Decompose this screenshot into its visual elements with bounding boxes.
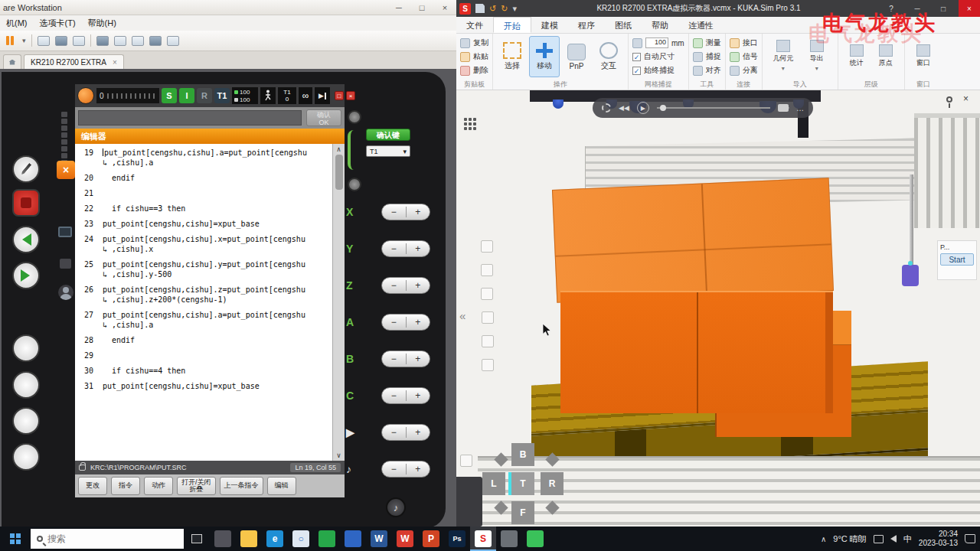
- mode-select[interactable]: T1 ▾: [366, 145, 410, 157]
- checkbox[interactable]: ✓: [632, 53, 641, 61]
- jog-minus[interactable]: −: [382, 317, 406, 328]
- pause-button[interactable]: [6, 35, 17, 46]
- code-line[interactable]: 23 put_point[cengshu,cishu]=xput_base: [78, 220, 331, 228]
- console-view-icon[interactable]: [132, 36, 144, 46]
- collapse-panel-icon[interactable]: «: [459, 309, 466, 322]
- tab-close-icon[interactable]: ×: [113, 58, 117, 67]
- softkey-button[interactable]: 上一条指令: [220, 477, 263, 495]
- taskbar-app[interactable]: W: [392, 527, 418, 551]
- blank-key[interactable]: [12, 371, 40, 399]
- ribbon-big-button[interactable]: 选择: [497, 36, 528, 77]
- taskbar-app[interactable]: e: [262, 527, 288, 551]
- start-button[interactable]: [0, 527, 31, 551]
- grid-menu-icon[interactable]: [464, 118, 467, 121]
- jog-rocker-key[interactable]: − +: [381, 277, 430, 294]
- grid-size-field[interactable]: 100: [645, 37, 668, 48]
- jog-plus[interactable]: +: [407, 207, 430, 217]
- ribbon-big-button[interactable]: 移动: [529, 36, 560, 77]
- ribbon-big-button[interactable]: PnP: [561, 36, 592, 77]
- alarm-window-icon[interactable]: □: [335, 91, 344, 100]
- library-icon[interactable]: [149, 36, 162, 46]
- code-line[interactable]: 20 endif: [78, 174, 331, 182]
- close-button[interactable]: ×: [433, 3, 456, 12]
- jog-minus[interactable]: −: [382, 243, 406, 254]
- message-ack-key[interactable]: ×: [57, 161, 75, 179]
- pause-caret-icon[interactable]: ▾: [22, 37, 26, 44]
- view-cube-left[interactable]: L: [482, 472, 505, 495]
- home-tab[interactable]: [3, 54, 21, 69]
- undo-icon[interactable]: ↺: [489, 4, 496, 14]
- ribbon-button[interactable]: 信号: [730, 50, 758, 64]
- send-keys-icon[interactable]: [38, 36, 50, 46]
- code-line[interactable]: 22 if cishu==3 then: [78, 204, 331, 213]
- forward-key[interactable]: [12, 262, 40, 289]
- space-mouse-knob[interactable]: [348, 178, 361, 191]
- jog-mode-box[interactable]: [260, 87, 276, 104]
- jog-plus[interactable]: +: [407, 243, 430, 254]
- step-mode-box[interactable]: ▶: [315, 87, 330, 104]
- weather-widget[interactable]: 9°C 晴朗: [833, 533, 867, 545]
- jog-plus[interactable]: +: [407, 354, 430, 364]
- jog-rocker-key[interactable]: − +: [381, 424, 430, 441]
- blank-key[interactable]: [12, 443, 40, 471]
- menu-item[interactable]: 机(M): [0, 16, 34, 31]
- taskbar-app[interactable]: Ps: [444, 527, 470, 551]
- jog-rocker-key[interactable]: − +: [381, 350, 430, 367]
- view-cube-front[interactable]: F: [511, 501, 534, 524]
- jog-minus[interactable]: −: [382, 354, 406, 364]
- continuous-mode-box[interactable]: ∞: [299, 87, 312, 104]
- taskbar-app[interactable]: S: [470, 527, 496, 551]
- view-tool-icon[interactable]: [481, 264, 493, 276]
- view-cube-top[interactable]: T: [511, 472, 534, 495]
- settings-icon[interactable]: [60, 259, 71, 269]
- ribbon-tab[interactable]: 图纸: [605, 17, 642, 33]
- menu-item[interactable]: 选项卡(T): [34, 16, 82, 31]
- view-cube-back[interactable]: B: [511, 443, 534, 466]
- display-icon[interactable]: [58, 227, 72, 237]
- view-tool-icon[interactable]: [481, 240, 493, 253]
- view-cube-right[interactable]: R: [541, 472, 564, 495]
- softkey-button[interactable]: 指令: [111, 477, 140, 495]
- code-editor[interactable]: 19 put_point[cengshu,cishu].a=put_point[…: [75, 144, 345, 461]
- taskbar-app[interactable]: W: [366, 527, 392, 551]
- robot-logo-icon[interactable]: [77, 87, 94, 104]
- view-tool-icon[interactable]: [481, 288, 493, 300]
- taskbar-app[interactable]: [314, 527, 340, 551]
- jog-rocker-key[interactable]: − +: [381, 240, 430, 257]
- tray-expand-icon[interactable]: ∧: [821, 535, 826, 543]
- quick-access-caret-icon[interactable]: ▾: [512, 4, 517, 14]
- vm-tab-kr210[interactable]: KR210 R2700 EXTRA ×: [24, 54, 124, 69]
- ribbon-button[interactable]: 分离: [730, 64, 758, 77]
- close-button[interactable]: ×: [959, 0, 980, 17]
- code-line[interactable]: 19 put_point[cengshu,cishu].a=put_point[…: [78, 148, 331, 167]
- minimize-button[interactable]: ─: [387, 3, 410, 12]
- fullscreen-icon[interactable]: [96, 36, 109, 46]
- speed-slider[interactable]: [657, 107, 770, 109]
- code-line[interactable]: 30 if cishu==4 then: [78, 367, 331, 375]
- checkbox-row[interactable]: ✓ 自动尺寸: [632, 50, 684, 64]
- snapshot-icon[interactable]: [55, 36, 67, 46]
- taskbar-app[interactable]: [522, 527, 548, 551]
- alarm-close-icon[interactable]: ×: [346, 91, 355, 100]
- taskbar-app[interactable]: [210, 527, 236, 551]
- ribbon-button[interactable]: 接口: [730, 36, 758, 50]
- jog-rocker-key[interactable]: − +: [381, 387, 430, 404]
- network-icon[interactable]: [874, 535, 884, 543]
- code-line[interactable]: 29: [78, 351, 331, 360]
- message-field[interactable]: [78, 110, 302, 126]
- redo-icon[interactable]: ↻: [501, 4, 508, 14]
- status-indicator[interactable]: S: [162, 88, 177, 103]
- unity-icon[interactable]: [114, 36, 126, 46]
- taskbar-app[interactable]: [340, 527, 366, 551]
- skip-start-icon[interactable]: ◀◀: [619, 104, 629, 112]
- blank-key[interactable]: [12, 334, 40, 362]
- jog-rocker-key[interactable]: − +: [381, 314, 430, 331]
- ribbon-tab[interactable]: 开始: [493, 17, 531, 33]
- taskbar-search[interactable]: [31, 529, 184, 549]
- ribbon-tab[interactable]: 程序: [568, 17, 605, 33]
- view-tool-icon[interactable]: [460, 455, 472, 467]
- code-line[interactable]: 21: [78, 189, 331, 197]
- scroll-thumb[interactable]: [335, 155, 343, 190]
- notification-center-icon[interactable]: [965, 534, 975, 543]
- edit-key[interactable]: [12, 155, 40, 183]
